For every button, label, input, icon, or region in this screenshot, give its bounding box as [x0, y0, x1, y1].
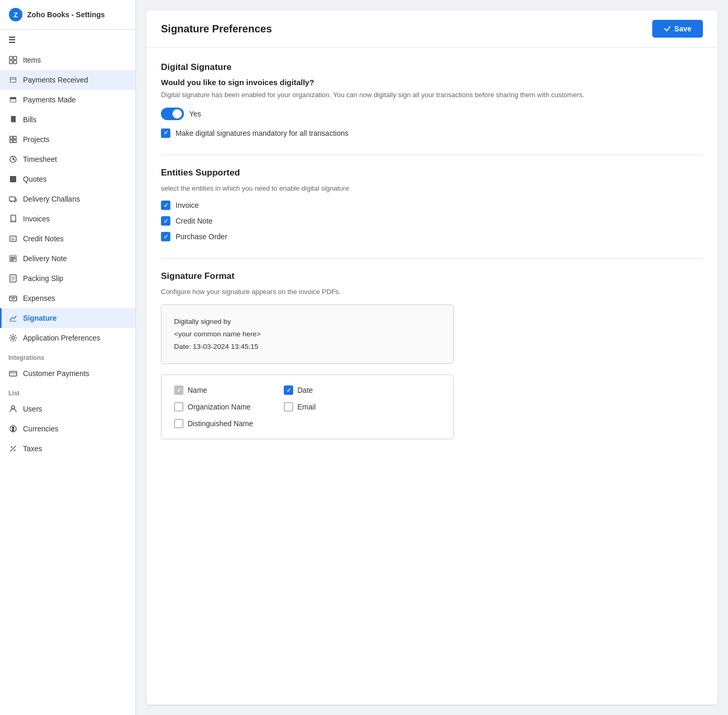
svg-point-19 — [14, 450, 16, 451]
integrations-section-label: Integrations — [0, 348, 135, 364]
sig-field-organization-name: Organization Name — [174, 402, 268, 412]
digital-signature-question: Would you like to sign invoices digitall… — [161, 78, 703, 87]
digital-signature-title: Digital Signature — [161, 62, 703, 73]
entity-purchase-order-label: Purchase Order — [176, 232, 227, 241]
sig-email-label: Email — [297, 403, 316, 411]
sidebar-item-expenses[interactable]: Expenses — [0, 288, 135, 308]
signature-preview-text: Digitally signed by <your common name he… — [174, 315, 441, 354]
entity-invoice-row: ✓ Invoice — [161, 201, 703, 210]
checkmark-icon: ✓ — [164, 233, 168, 240]
credit-notes-icon — [8, 234, 18, 243]
sidebar-item-label: Quotes — [23, 175, 47, 183]
entities-supported-section: Entities Supported select the entities i… — [161, 168, 703, 242]
sidebar-item-users[interactable]: Users — [0, 399, 135, 419]
sidebar-item-credit-notes[interactable]: Credit Notes — [0, 229, 135, 249]
sig-field-distinguished-name: Distinguished Name — [174, 419, 268, 428]
sidebar-item-label: Delivery Note — [23, 254, 67, 263]
svg-rect-3 — [14, 56, 17, 60]
sidebar-item-label: Items — [23, 56, 41, 64]
sidebar-item-label: Signature — [23, 314, 57, 322]
entity-credit-note-row: ✓ Credit Note — [161, 216, 703, 226]
sidebar-item-delivery-challans[interactable]: Delivery Challans — [0, 189, 135, 209]
svg-rect-5 — [14, 61, 17, 64]
sidebar-item-label: Projects — [23, 135, 50, 144]
checkmark-icon: ✓ — [164, 130, 168, 136]
sidebar-item-quotes[interactable]: Quotes — [0, 169, 135, 189]
sidebar: Z Zoho Books - Settings ☰ Items Payments… — [0, 0, 136, 715]
sidebar-header: Z Zoho Books - Settings — [0, 0, 135, 30]
taxes-icon — [8, 444, 18, 453]
sidebar-item-label: Credit Notes — [23, 235, 64, 243]
checkmark-icon: ✓ — [177, 387, 181, 394]
sidebar-nav: Items Payments Received Payments Made Bi… — [0, 50, 135, 715]
entity-purchase-order-checkbox[interactable]: ✓ — [161, 232, 170, 241]
entity-credit-note-checkbox[interactable]: ✓ — [161, 216, 170, 226]
svg-rect-7 — [9, 197, 15, 201]
signature-fields-grid: ✓ Name ✓ Date — [161, 374, 454, 439]
entity-credit-note-label: Credit Note — [176, 217, 213, 225]
sidebar-item-taxes[interactable]: Taxes — [0, 439, 135, 459]
sidebar-item-projects[interactable]: Projects — [0, 130, 135, 149]
expenses-icon — [8, 294, 18, 303]
sig-email-checkbox[interactable] — [284, 402, 293, 412]
mandatory-checkbox[interactable]: ✓ — [161, 128, 170, 138]
hamburger-menu[interactable]: ☰ — [0, 30, 135, 50]
entity-purchase-order-row: ✓ Purchase Order — [161, 232, 703, 241]
sidebar-item-delivery-note[interactable]: Delivery Note — [0, 249, 135, 268]
sig-fields-row-3: Distinguished Name — [174, 419, 441, 428]
payments-made-icon — [8, 95, 18, 104]
sig-fields-row-2: Organization Name Email — [174, 402, 441, 412]
bills-icon — [8, 115, 18, 124]
sidebar-item-payments-made[interactable]: Payments Made — [0, 90, 135, 110]
items-icon — [8, 55, 18, 65]
svg-point-14 — [12, 337, 15, 339]
sig-distinguished-name-label: Distinguished Name — [188, 419, 253, 428]
entities-supported-title: Entities Supported — [161, 168, 703, 178]
hamburger-icon: ☰ — [8, 36, 16, 44]
sidebar-item-bills[interactable]: Bills — [0, 110, 135, 130]
quotes-icon — [8, 174, 18, 184]
sidebar-item-payments-received[interactable]: Payments Received — [0, 70, 135, 90]
sig-name-checkbox[interactable]: ✓ — [174, 385, 183, 395]
sidebar-item-currencies[interactable]: Currencies — [0, 419, 135, 439]
signature-preview-box: Digitally signed by <your common name he… — [161, 304, 454, 365]
sidebar-item-label: Currencies — [23, 425, 59, 433]
sidebar-item-label: Payments Made — [23, 96, 76, 104]
sidebar-item-timesheet[interactable]: Timesheet — [0, 149, 135, 169]
checkmark-icon: ✓ — [164, 218, 168, 225]
svg-rect-10 — [10, 236, 16, 241]
signature-format-section: Signature Format Configure how your sign… — [161, 271, 703, 439]
sidebar-item-items[interactable]: Items — [0, 50, 135, 70]
toggle-yes-label: Yes — [189, 110, 201, 118]
currencies-icon — [8, 424, 18, 433]
sig-distinguished-name-checkbox[interactable] — [174, 419, 183, 428]
divider-2 — [161, 258, 703, 259]
sidebar-item-packing-slip[interactable]: Packing Slip — [0, 268, 135, 288]
sig-date-checkbox[interactable]: ✓ — [284, 385, 293, 395]
delivery-challans-icon — [8, 194, 18, 204]
signature-format-title: Signature Format — [161, 271, 703, 282]
sidebar-item-invoices[interactable]: Invoices — [0, 209, 135, 229]
sidebar-item-signature[interactable]: Signature — [0, 308, 135, 328]
entity-invoice-checkbox[interactable]: ✓ — [161, 201, 170, 210]
sidebar-item-label: Application Preferences — [23, 334, 100, 342]
sidebar-item-label: Delivery Challans — [23, 195, 80, 203]
app-logo-icon: Z — [8, 7, 23, 22]
sidebar-item-application-preferences[interactable]: Application Preferences — [0, 328, 135, 348]
sidebar-item-label: Bills — [23, 115, 37, 124]
entities-supported-description: select the entities in which you need to… — [161, 183, 703, 194]
sig-fields-row-1: ✓ Name ✓ Date — [174, 385, 441, 395]
entity-invoice-label: Invoice — [176, 201, 199, 209]
delivery-note-icon — [8, 254, 18, 263]
sig-org-name-checkbox[interactable] — [174, 402, 183, 412]
content-body: Digital Signature Would you like to sign… — [146, 48, 718, 471]
invoices-icon — [8, 214, 18, 224]
divider-1 — [161, 155, 703, 155]
sig-name-label: Name — [188, 386, 207, 394]
save-button[interactable]: Save — [652, 20, 703, 38]
digital-signature-toggle[interactable] — [161, 108, 184, 120]
sidebar-item-label: Users — [23, 405, 42, 413]
sidebar-item-customer-payments[interactable]: Customer Payments — [0, 364, 135, 383]
sig-field-name: ✓ Name — [174, 385, 268, 395]
users-icon — [8, 404, 18, 414]
